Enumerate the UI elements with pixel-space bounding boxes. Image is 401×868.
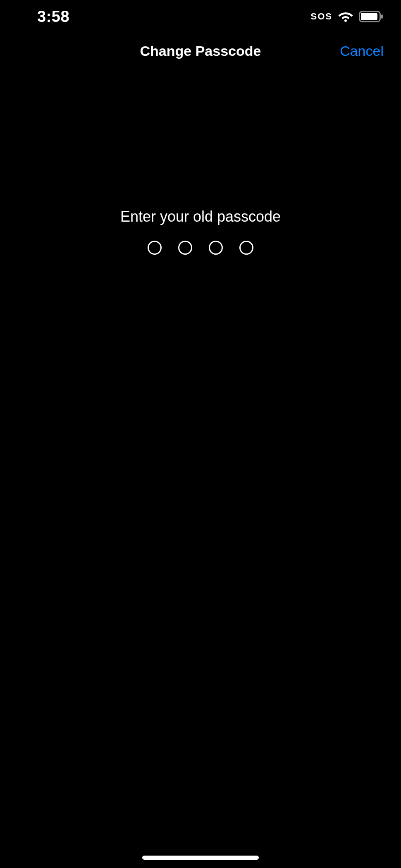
svg-point-0 bbox=[344, 19, 347, 22]
page-title: Change Passcode bbox=[140, 43, 261, 59]
passcode-prompt: Enter your old passcode bbox=[0, 208, 401, 225]
status-time: 3:58 bbox=[37, 8, 69, 26]
passcode-dot bbox=[148, 241, 162, 255]
passcode-dot bbox=[209, 241, 223, 255]
svg-rect-2 bbox=[361, 13, 377, 20]
status-indicators: SOS bbox=[311, 11, 384, 22]
battery-icon bbox=[359, 11, 384, 22]
passcode-dot bbox=[239, 241, 253, 255]
svg-rect-3 bbox=[381, 14, 383, 19]
passcode-dot bbox=[178, 241, 192, 255]
passcode-entry: Enter your old passcode bbox=[0, 0, 401, 868]
passcode-dots[interactable] bbox=[0, 241, 401, 255]
sos-indicator: SOS bbox=[311, 11, 332, 22]
wifi-icon bbox=[338, 11, 353, 22]
home-indicator[interactable] bbox=[142, 856, 259, 860]
cancel-button[interactable]: Cancel bbox=[340, 43, 384, 59]
status-bar: 3:58 SOS bbox=[0, 0, 401, 33]
nav-bar: Change Passcode Cancel bbox=[0, 36, 401, 65]
